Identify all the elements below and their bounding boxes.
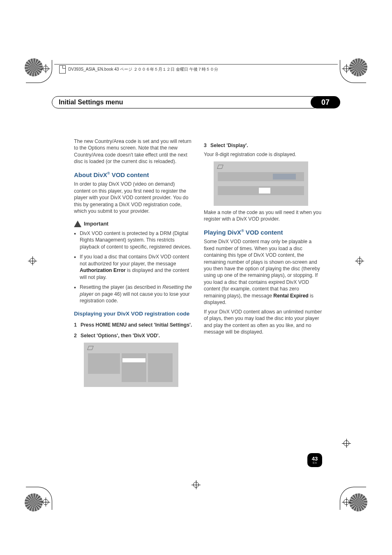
registration-target-icon [28,256,37,265]
page-language: En [313,461,317,465]
menu-code-field [273,174,296,180]
chapter-title: Initial Settings menu [52,96,320,108]
list-item: DivX VOD content is protected by a DRM (… [80,230,192,250]
step-3: 3Select 'Display'. [204,142,322,149]
playing-paragraph-1: Some DivX VOD content may only be playab… [204,238,322,306]
heading-text: About DivX [74,171,107,178]
registration-target-icon [41,64,50,73]
playing-paragraph-2: If your DivX VOD content allows an unlim… [204,309,322,336]
about-paragraph: In order to play DivX VOD (video on dema… [74,181,192,214]
page-content: The new Country/Area code is set and you… [74,138,322,390]
list-item: Resetting the player (as described in Re… [80,284,192,304]
note-paragraph: Make a note of the code as you will need… [204,209,322,223]
file-icon [59,65,66,74]
heading-about-divx-vod: About DivX® VOD content [74,171,192,179]
options-menu-screenshot [84,343,178,387]
chapter-header-bar: Initial Settings menu 07 [52,96,340,108]
step-2: 2Select 'Options', then 'DivX VOD'. [74,332,192,339]
registration-target-icon [342,439,351,448]
registration-target-icon [342,497,351,507]
menu-highlight [122,358,145,362]
registration-target-icon [355,256,364,265]
important-bullet-list: DivX VOD content is protected by a DRM (… [74,230,192,304]
menu-panel [148,353,173,382]
menu-done-button [259,188,270,193]
book-source-text: DV393S_ASIA_EN.book 43 ページ ２００６年５月１２日 金曜… [68,67,218,72]
important-callout: Important [74,220,192,228]
heading-playing-divx-vod: Playing DivX® VOD content [204,228,322,237]
heading-text: Playing DivX [204,229,241,236]
step-text: Select 'Display'. [210,143,248,148]
menu-panel [88,353,120,374]
left-column: The new Country/Area code is set and you… [74,138,192,390]
step-1: 1Press HOME MENU and select 'Initial Set… [74,322,192,328]
important-label: Important [84,220,108,228]
registration-code-screenshot [214,161,308,206]
step-3-subtext: Your 8-digit registration code is displa… [204,151,322,158]
registration-target-icon [41,497,50,507]
list-item: If you load a disc that contains DivX VO… [80,253,192,281]
heading-displaying-code: Displaying your DivX VOD registration co… [74,310,192,318]
menu-logo-icon [87,346,94,350]
warning-triangle-icon [74,221,81,227]
book-source-header: DV393S_ASIA_EN.book 43 ページ ２００６年５月１２日 金曜… [54,64,338,74]
step-text: Select 'Options', then 'DivX VOD'. [81,333,160,339]
intro-paragraph: The new Country/Area code is set and you… [74,138,192,165]
page-number-badge: 43 En [307,453,322,467]
registration-target-icon [342,64,351,73]
step-text: Press HOME MENU and select 'Initial Sett… [81,322,192,328]
registration-target-icon [191,480,201,489]
menu-panel [122,353,146,382]
heading-text: VOD content [244,229,283,236]
menu-logo-icon [217,165,224,169]
right-column: 3Select 'Display'. Your 8-digit registra… [204,138,322,390]
registered-mark-icon: ® [241,229,244,233]
heading-text: VOD content [110,171,149,178]
chapter-number-badge: 07 [311,96,340,108]
